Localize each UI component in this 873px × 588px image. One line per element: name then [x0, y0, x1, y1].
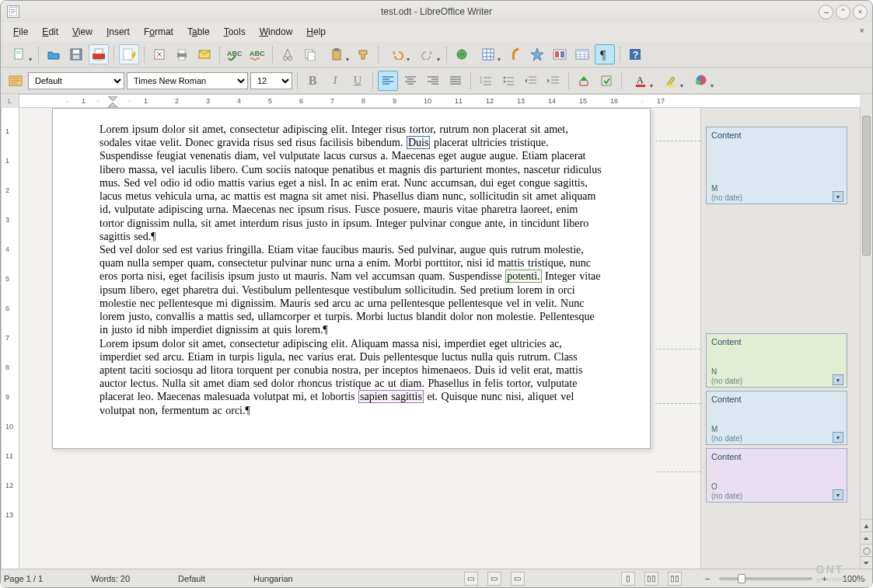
comment-date: (no date) [711, 377, 742, 385]
menu-view[interactable]: View [66, 24, 99, 40]
decrease-indent-button[interactable] [521, 71, 541, 91]
paste-button[interactable] [323, 44, 351, 64]
close-button[interactable]: × [853, 5, 868, 19]
new-document-button[interactable] [5, 44, 33, 64]
show-draw-button[interactable] [505, 44, 525, 64]
svg-rect-33 [576, 50, 588, 52]
comment-box-3[interactable]: Content M (no date) ▼ [706, 391, 847, 445]
styles-drawer-button[interactable] [5, 71, 26, 91]
copy-button[interactable] [300, 44, 320, 64]
maximize-button[interactable]: ˄ [836, 5, 850, 19]
comment-anchor-2[interactable]: potenti. [505, 270, 541, 283]
bullet-list-button[interactable] [498, 71, 519, 91]
pilcrow-icon [151, 231, 155, 242]
zoom-slider[interactable] [719, 577, 812, 580]
comment-menu-button[interactable]: ▼ [833, 489, 843, 500]
menu-file[interactable]: File [7, 24, 34, 40]
auto-spellcheck-button[interactable]: ABC [247, 44, 267, 64]
menu-edit[interactable]: Edit [36, 24, 65, 40]
edit-file-button[interactable] [119, 44, 139, 64]
scroll-up-button[interactable]: ▲ [861, 519, 872, 531]
export-pdf-button[interactable] [89, 44, 109, 64]
status-page[interactable]: Page 1 / 1 [4, 574, 43, 583]
view-multi-page-icon[interactable]: ▯▯ [644, 572, 658, 586]
align-center-button[interactable] [400, 71, 421, 91]
next-page-button[interactable]: ⏷ [861, 556, 872, 569]
justify-button[interactable] [445, 71, 466, 91]
comment-menu-button[interactable]: ▼ [833, 191, 843, 202]
comment-menu-button[interactable]: ▼ [833, 432, 843, 443]
status-style[interactable]: Default [178, 574, 205, 583]
status-words[interactable]: Words: 20 [91, 574, 130, 583]
bold-button[interactable]: B [302, 71, 323, 91]
document-area[interactable]: Lorem ipsum dolor sit amet, consectetur … [19, 108, 700, 569]
scroll-thumb[interactable] [862, 116, 871, 256]
help-button[interactable]: ? [625, 44, 645, 64]
align-left-button[interactable] [378, 71, 398, 91]
comment-menu-button[interactable]: ▼ [833, 374, 843, 385]
insert-table-button[interactable] [474, 44, 502, 64]
menu-tools[interactable]: Tools [218, 24, 252, 40]
zoom-in-button[interactable]: + [822, 574, 826, 583]
paragraph-1[interactable]: Lorem ipsum dolor sit amet, consectetur … [100, 123, 603, 243]
data-sources-button[interactable] [572, 44, 592, 64]
spellcheck-button[interactable]: ABC [225, 44, 245, 64]
align-right-button[interactable] [423, 71, 443, 91]
nav-circle-button[interactable]: ◯ [861, 544, 872, 556]
background-color-button[interactable] [687, 71, 715, 91]
zoom-out-button[interactable]: − [705, 574, 710, 583]
cut-button[interactable] [278, 44, 298, 64]
ruler-horizontal[interactable]: · 1 · · 1 2 3 4 5 6 7 8 9 10 11 12 13 14… [19, 94, 860, 108]
menu-insert[interactable]: Insert [100, 24, 136, 40]
menubar-close-icon[interactable]: × [860, 26, 864, 35]
svg-point-46 [696, 80, 700, 85]
numbered-list-button[interactable]: 12 [476, 71, 496, 91]
zoom-percent[interactable]: 100% [843, 574, 864, 583]
paragraph-style-select[interactable]: Default [28, 72, 124, 89]
vertical-ruler[interactable]: 1 1 2 3 4 5 6 7 8 9 10 11 12 13 [1, 108, 19, 569]
font-size-select[interactable]: 12 [250, 72, 292, 89]
save-button[interactable] [66, 44, 86, 64]
minimize-button[interactable]: ‒ [819, 5, 833, 19]
record-changes-button[interactable] [574, 71, 594, 91]
italic-button[interactable]: I [325, 71, 345, 91]
menu-table[interactable]: Table [181, 24, 216, 40]
status-language[interactable]: Hungarian [253, 574, 293, 583]
comment-box-2[interactable]: Content N (no date) ▼ [706, 333, 847, 388]
status-insert-mode-icon[interactable]: ▭ [464, 572, 478, 586]
navigator-button[interactable] [527, 44, 547, 64]
prev-page-button[interactable]: ⏶ [861, 531, 872, 544]
navigator2-button[interactable] [596, 71, 616, 91]
view-book-icon[interactable]: ▯▯ [668, 572, 682, 586]
vertical-scrollbar[interactable]: ▲ ⏶ ◯ ⏷ [860, 108, 872, 569]
clone-format-button[interactable] [353, 44, 373, 64]
comment-box-1[interactable]: Content M (no date) ▼ [706, 127, 847, 204]
menu-format[interactable]: Format [138, 24, 180, 40]
paragraph-2[interactable]: Sed vel dolor sed est varius fringilla. … [100, 243, 603, 337]
undo-button[interactable] [383, 44, 411, 64]
highlight-button[interactable] [657, 71, 685, 91]
underline-button[interactable]: U [347, 71, 368, 91]
comment-anchor-1[interactable]: Duis [407, 136, 430, 149]
comment-anchor-3[interactable]: sapien sagittis [358, 390, 424, 403]
gallery-button[interactable] [550, 44, 570, 64]
status-selection-mode-icon[interactable]: ▭ [487, 572, 501, 586]
open-button[interactable] [44, 44, 64, 64]
status-signature-icon[interactable]: ▭ [511, 572, 525, 586]
mail-button[interactable] [194, 44, 215, 64]
font-color-button[interactable]: A [627, 71, 655, 91]
increase-indent-button[interactable] [543, 71, 564, 91]
font-name-select[interactable]: Times New Roman [127, 72, 248, 89]
hyperlink-button[interactable] [452, 44, 472, 64]
print-button[interactable] [172, 44, 192, 64]
paragraph-3[interactable]: Lorem ipsum dolor sit amet, consectetur … [100, 337, 603, 417]
svg-rect-5 [16, 51, 21, 52]
formatting-marks-button[interactable]: ¶ [595, 44, 615, 64]
menu-window[interactable]: Window [253, 24, 299, 40]
redo-button[interactable] [414, 44, 442, 64]
print-preview-button[interactable] [149, 44, 169, 64]
menu-help[interactable]: Help [300, 24, 332, 40]
comment-box-4[interactable]: Content O (no date) ▼ [706, 448, 847, 503]
svg-rect-44 [666, 85, 676, 87]
view-single-page-icon[interactable]: ▯ [621, 572, 635, 586]
